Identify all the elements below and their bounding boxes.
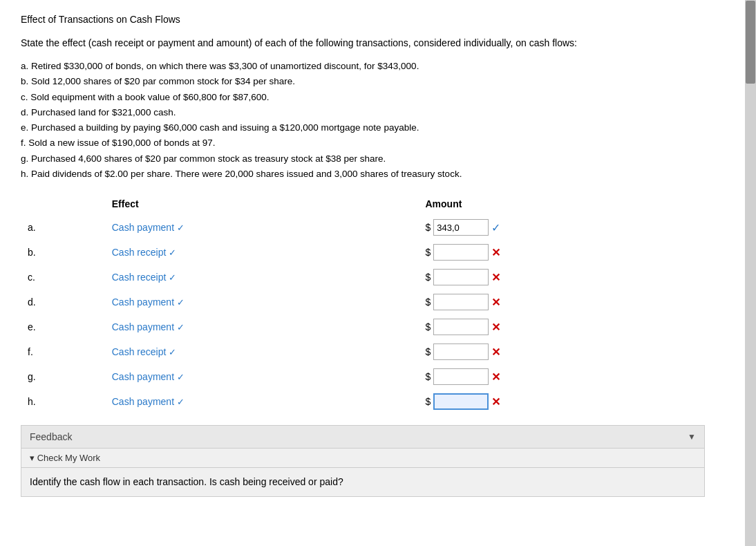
amount-cell-d: $ ✕ <box>420 290 706 314</box>
effect-check-f: ✓ <box>169 347 176 357</box>
effect-dropdown-b[interactable]: Cash receipt ✓ <box>112 247 177 258</box>
amount-cell-a: $ ✓ <box>420 215 706 240</box>
transaction-c: c. Sold equipment with a book value of $… <box>21 90 705 105</box>
col-amount-header: Amount <box>420 196 706 215</box>
effect-check-d: ✓ <box>177 297 185 308</box>
effect-cell-c: Cash receipt ✓ <box>106 265 420 290</box>
amount-input-c[interactable] <box>433 269 489 285</box>
row-letter-h: h. <box>21 389 106 414</box>
feedback-body: Identify the cash flow in each transacti… <box>21 468 704 496</box>
effect-label-g: Cash payment <box>112 371 174 382</box>
x-mark-b[interactable]: ✕ <box>491 246 500 259</box>
amount-cell-e: $ ✕ <box>420 314 706 339</box>
effect-cell-d: Cash payment ✓ <box>106 290 420 314</box>
effect-label-h: Cash payment <box>112 396 174 407</box>
amount-input-h[interactable] <box>433 393 489 410</box>
row-letter-a: a. <box>21 215 106 240</box>
amount-cell-h: $ ✕ <box>420 389 706 414</box>
effect-cell-a: Cash payment ✓ <box>106 215 420 240</box>
page-title: Effect of Transactions on Cash Flows <box>21 14 705 25</box>
transaction-g: g. Purchased 4,600 shares of $20 par com… <box>21 151 705 167</box>
scrollbar[interactable] <box>745 0 756 546</box>
row-letter-f: f. <box>21 339 106 364</box>
amount-input-b[interactable] <box>433 244 489 261</box>
dollar-e: $ <box>426 321 431 332</box>
row-letter-b: b. <box>21 240 106 265</box>
effect-dropdown-h[interactable]: Cash payment ✓ <box>112 396 185 407</box>
effect-check-h: ✓ <box>177 397 185 407</box>
x-mark-f[interactable]: ✕ <box>491 346 500 359</box>
amount-input-a[interactable] <box>433 219 489 236</box>
feedback-header: Feedback ▼ <box>21 426 704 449</box>
dollar-f: $ <box>426 346 431 357</box>
col-effect-header: Effect <box>106 196 420 215</box>
dollar-h: $ <box>426 396 431 407</box>
x-mark-d[interactable]: ✕ <box>491 296 500 309</box>
intro-text: State the effect (cash receipt or paymen… <box>21 36 705 50</box>
row-letter-d: d. <box>21 290 106 314</box>
effect-cell-h: Cash payment ✓ <box>106 389 420 414</box>
table-row: c. Cash receipt ✓ $ ✕ <box>21 265 705 290</box>
amount-cell-f: $ ✕ <box>420 339 706 364</box>
effect-label-c: Cash receipt <box>112 272 167 283</box>
effect-cell-g: Cash payment ✓ <box>106 364 420 389</box>
effect-label-a: Cash payment <box>112 222 174 233</box>
row-letter-g: g. <box>21 364 106 389</box>
effect-check-c: ✓ <box>169 272 176 283</box>
transactions-list: a. Retired $330,000 of bonds, on which t… <box>21 59 705 182</box>
effect-dropdown-e[interactable]: Cash payment ✓ <box>112 321 185 332</box>
effect-dropdown-f[interactable]: Cash receipt ✓ <box>112 346 177 357</box>
feedback-title: Feedback <box>30 431 72 442</box>
table-row: b. Cash receipt ✓ $ ✕ <box>21 240 705 265</box>
effect-dropdown-c[interactable]: Cash receipt ✓ <box>112 272 177 283</box>
effect-cell-f: Cash receipt ✓ <box>106 339 420 364</box>
effect-dropdown-d[interactable]: Cash payment ✓ <box>112 296 185 308</box>
dollar-g: $ <box>426 371 431 382</box>
effect-label-e: Cash payment <box>112 321 174 332</box>
effect-label-f: Cash receipt <box>112 346 167 357</box>
dollar-c: $ <box>426 272 431 283</box>
transaction-e: e. Purchased a building by paying $60,00… <box>21 120 705 135</box>
table-row: g. Cash payment ✓ $ ✕ <box>21 364 705 389</box>
effect-label-d: Cash payment <box>112 296 174 308</box>
effect-check-g: ✓ <box>177 372 185 382</box>
row-letter-c: c. <box>21 265 106 290</box>
transaction-h: h. Paid dividends of $2.00 per share. Th… <box>21 167 705 182</box>
effect-check-a: ✓ <box>177 223 185 233</box>
effect-check-e: ✓ <box>177 322 185 332</box>
table-row: e. Cash payment ✓ $ ✕ <box>21 314 705 339</box>
dollar-b: $ <box>426 247 431 258</box>
table-row: f. Cash receipt ✓ $ ✕ <box>21 339 705 364</box>
amount-cell-c: $ ✕ <box>420 265 706 290</box>
transaction-f: f. Sold a new issue of $190,000 of bonds… <box>21 135 705 151</box>
main-container: Effect of Transactions on Cash Flows Sta… <box>0 0 726 511</box>
x-mark-g[interactable]: ✕ <box>491 370 500 384</box>
effect-dropdown-g[interactable]: Cash payment ✓ <box>112 371 185 382</box>
check-my-work-label[interactable]: Check My Work <box>30 453 100 463</box>
col-letter <box>21 196 106 215</box>
row-letter-e: e. <box>21 314 106 339</box>
check-my-work-row: Check My Work <box>21 449 704 468</box>
effect-cell-b: Cash receipt ✓ <box>106 240 420 265</box>
amount-input-g[interactable] <box>433 368 489 385</box>
x-mark-h[interactable]: ✕ <box>491 395 500 408</box>
table-row: h. Cash payment ✓ $ ✕ <box>21 389 705 414</box>
amount-input-e[interactable] <box>433 319 489 335</box>
transaction-b: b. Sold 12,000 shares of $20 par common … <box>21 74 705 89</box>
amount-cell-b: $ ✕ <box>420 240 706 265</box>
answer-table: Effect Amount a. Cash payment ✓ $ <box>21 196 705 414</box>
dollar-d: $ <box>426 296 431 308</box>
x-mark-c[interactable]: ✕ <box>491 271 500 284</box>
scrollbar-thumb[interactable] <box>746 1 755 84</box>
feedback-section: Feedback ▼ Check My Work Identify the ca… <box>21 425 705 497</box>
feedback-arrow-icon: ▼ <box>688 432 696 442</box>
amount-input-d[interactable] <box>433 294 489 310</box>
amount-input-f[interactable] <box>433 343 489 360</box>
effect-dropdown-a[interactable]: Cash payment ✓ <box>112 222 185 233</box>
transaction-a: a. Retired $330,000 of bonds, on which t… <box>21 59 705 74</box>
dollar-a: $ <box>426 222 431 233</box>
table-row: a. Cash payment ✓ $ ✓ <box>21 215 705 240</box>
x-mark-e[interactable]: ✕ <box>491 321 500 334</box>
check-icon-a: ✓ <box>491 221 500 234</box>
amount-cell-g: $ ✕ <box>420 364 706 389</box>
